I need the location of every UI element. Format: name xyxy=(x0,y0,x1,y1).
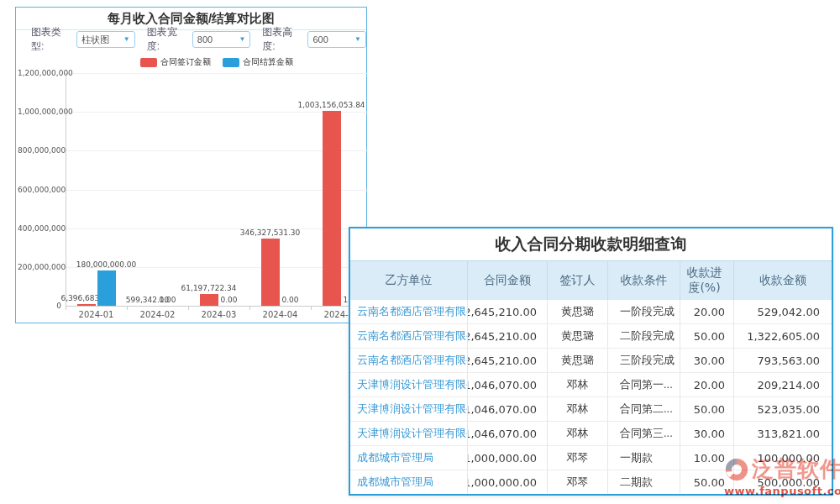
table-cell: 793,563.00 xyxy=(734,349,832,372)
party-b-link[interactable]: 云南名都酒店管理有限公 xyxy=(350,324,468,348)
bar-value-label: 180,000,000.00 xyxy=(76,260,137,269)
page: 每月收入合同金额/结算对比图 图表类型:柱状图▼图表宽度:800▼图表高度:60… xyxy=(0,0,840,504)
table-cell: 三阶段完成 xyxy=(608,349,680,372)
chart-bar xyxy=(261,239,280,306)
bar-value-label: 0.00 xyxy=(159,296,176,304)
table-row: 云南名都酒店管理有限公2,645,210.00黄思璐三阶段完成30.00793,… xyxy=(350,349,832,373)
x-axis-tick xyxy=(66,307,66,310)
x-axis-tick xyxy=(188,307,189,310)
party-b-link[interactable]: 天津博润设计管理有限公 xyxy=(350,373,468,396)
y-axis-label: 800,000,000 xyxy=(18,146,61,155)
y-axis-label: 1,000,000,000 xyxy=(18,108,61,116)
column-header-0: 乙方单位 xyxy=(350,261,468,300)
table-cell: 一期款 xyxy=(608,446,680,470)
table-cell: 20.00 xyxy=(680,300,734,323)
table-cell: 邓琴 xyxy=(548,470,608,494)
table-cell: 209,214.00 xyxy=(734,373,832,396)
chart-bar xyxy=(77,304,96,306)
table-cell: 2,645,210.00 xyxy=(468,300,548,323)
column-header-4: 收款进度(%) xyxy=(680,261,734,300)
watermark-brand: 泛普软件 xyxy=(752,454,840,484)
table-cell: 黄思璐 xyxy=(548,300,608,323)
table-cell: 黄思璐 xyxy=(548,324,608,348)
bar-value-label: 61,197,722.34 xyxy=(181,284,237,292)
table-row: 云南名都酒店管理有限公2,645,210.00黄思璐二阶段完成50.001,32… xyxy=(350,324,832,349)
table-cell: 一阶段完成 xyxy=(608,300,680,323)
y-axis-label: 0 xyxy=(18,302,61,310)
table-cell: 1,046,070.00 xyxy=(468,397,548,421)
bar-value-label: 346,327,531.30 xyxy=(240,228,301,237)
party-b-link[interactable]: 天津博润设计管理有限公 xyxy=(350,397,468,421)
x-axis-line xyxy=(66,306,368,307)
x-axis-tick xyxy=(311,307,312,310)
party-b-link[interactable]: 云南名都酒店管理有限公 xyxy=(350,300,468,323)
y-axis-label: 600,000,000 xyxy=(18,186,61,194)
bar-value-label: 0.00 xyxy=(281,296,298,304)
party-b-link[interactable]: 成都城市管理局 xyxy=(350,470,468,494)
table-cell: 二期款 xyxy=(608,470,680,494)
table-header-row: 乙方单位合同金额签订人收款条件收款进度(%)收款金额 xyxy=(350,260,832,300)
table-cell: 二阶段完成 xyxy=(608,324,680,348)
chart-bar xyxy=(323,111,341,306)
table-cell: 1,046,070.00 xyxy=(468,373,548,396)
table-cell: 20.00 xyxy=(680,373,734,396)
table-cell: 2,645,210.00 xyxy=(468,349,548,372)
table-row: 天津博润设计管理有限公1,046,070.00邓林合同第三...30.00313… xyxy=(350,422,832,446)
table-cell: 50.00 xyxy=(680,324,734,348)
table-cell: 1,322,605.00 xyxy=(734,324,832,348)
bar-value-label: 1,003,156,053.84 xyxy=(297,101,365,109)
table-cell: 1,000,000.00 xyxy=(468,446,548,470)
y-axis-label: 200,000,000 xyxy=(18,263,61,271)
x-axis-label: 2024-04 xyxy=(263,310,298,319)
x-axis-tick xyxy=(127,307,128,310)
table-cell: 邓林 xyxy=(548,373,608,396)
column-header-1: 合同金额 xyxy=(468,261,548,300)
table-cell: 邓林 xyxy=(548,397,608,421)
x-axis-label: 2024-03 xyxy=(202,310,237,319)
table-cell: 30.00 xyxy=(680,422,734,445)
fanpu-logo-icon xyxy=(724,457,749,482)
table-cell: 50.00 xyxy=(680,397,734,421)
table-cell: 合同第二... xyxy=(608,397,680,421)
watermark-url: www.fanpusoft.com xyxy=(724,485,838,497)
table-cell: 30.00 xyxy=(680,349,734,372)
y-axis-line xyxy=(66,73,66,306)
table-cell: 合同第一... xyxy=(608,373,680,396)
column-header-2: 签订人 xyxy=(548,261,608,300)
column-header-3: 收款条件 xyxy=(608,261,680,300)
grid-line xyxy=(66,73,368,74)
table-cell: 合同第三... xyxy=(608,422,680,445)
bar-value-label: 0.00 xyxy=(220,296,237,304)
y-axis-label: 1,200,000,000 xyxy=(18,69,61,77)
party-b-link[interactable]: 云南名都酒店管理有限公 xyxy=(350,349,468,372)
table-cell: 529,042.00 xyxy=(734,300,832,323)
chart-bar xyxy=(97,270,116,306)
party-b-link[interactable]: 成都城市管理局 xyxy=(350,446,468,470)
table-title: 收入合同分期收款明细查询 xyxy=(350,228,832,260)
column-header-5: 收款金额 xyxy=(734,261,832,300)
x-axis-tick xyxy=(249,307,250,310)
x-axis-label: 2024-01 xyxy=(79,310,114,319)
table-row: 天津博润设计管理有限公1,046,070.00邓林合同第二...50.00523… xyxy=(350,397,832,422)
party-b-link[interactable]: 天津博润设计管理有限公 xyxy=(350,422,468,445)
table-cell: 523,035.00 xyxy=(734,397,832,421)
table-cell: 2,645,210.00 xyxy=(468,324,548,348)
table-cell: 1,000,000.00 xyxy=(468,470,548,494)
x-axis-label: 2024-02 xyxy=(140,310,176,319)
table-cell: 1,046,070.00 xyxy=(468,422,548,445)
table-row: 云南名都酒店管理有限公2,645,210.00黄思璐一阶段完成20.00529,… xyxy=(350,300,832,324)
table-cell: 313,821.00 xyxy=(734,422,832,445)
table-row: 天津博润设计管理有限公1,046,070.00邓林合同第一...20.00209… xyxy=(350,373,832,397)
table-cell: 邓琴 xyxy=(548,446,608,470)
watermark: 泛普软件 www.fanpusoft.com xyxy=(724,454,838,497)
bar-chart: 1,200,000,0001,000,000,000800,000,000600… xyxy=(16,8,366,323)
chart-panel: 每月收入合同金额/结算对比图 图表类型:柱状图▼图表宽度:800▼图表高度:60… xyxy=(15,7,367,323)
table-cell: 邓林 xyxy=(548,422,608,445)
y-axis-label: 400,000,000 xyxy=(18,224,61,233)
chart-bar xyxy=(200,294,218,306)
table-cell: 黄思璐 xyxy=(548,349,608,372)
